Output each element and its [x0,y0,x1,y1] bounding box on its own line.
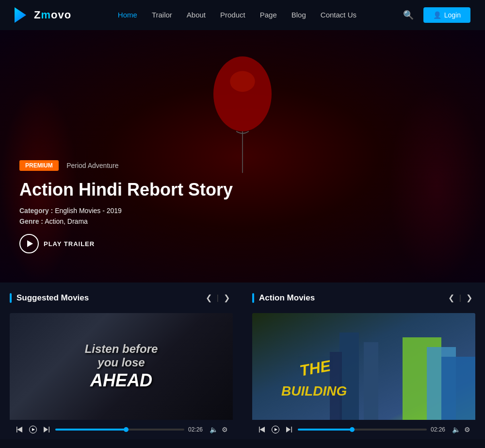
hero-category: Category : English Movies - 2019 [19,207,233,215]
action-movies-section: Action Movies ❮ | ❯ [242,292,485,439]
action-progress-fill [298,429,352,431]
genre-tag: Period Adventure [66,162,118,169]
action-settings-icon[interactable]: ⚙ [464,426,470,433]
volume-icon[interactable]: 🔈 [210,426,218,433]
action-progress-bar[interactable] [298,429,427,431]
arrow-divider: | [217,294,219,302]
suggested-movies-title: Suggested Movies [10,293,89,303]
action-progress-dot [350,427,355,432]
login-button[interactable]: 👤 Login [423,7,470,23]
play-circle-icon [19,234,39,253]
nav-blog[interactable]: Blog [291,11,306,19]
nav-trailor[interactable]: Trailor [152,11,172,19]
login-label: Login [444,11,461,19]
nav-home[interactable]: Home [118,11,137,19]
suggested-movies-header: Suggested Movies ❮ | ❯ [10,292,233,303]
nav-right: 🔍 👤 Login [403,7,470,23]
suggested-movie-text: Listen beforeyou loseAHEAD [85,342,158,391]
progress-fill [55,429,126,431]
svg-rect-5 [340,332,359,420]
sections-row: Suggested Movies ❮ | ❯ Listen beforeyou … [0,282,485,439]
figure-right [388,88,485,282]
action-movie-thumbnail[interactable]: THE BUILDING [252,313,475,420]
nav-about[interactable]: About [187,11,206,19]
play-trailer-button[interactable]: PLAY TRAILER [19,234,95,253]
action-movie-graphic: THE BUILDING [252,313,475,420]
svg-point-1 [230,71,255,92]
suggested-movie-thumbnail[interactable]: Listen beforeyou loseAHEAD [10,313,233,420]
svg-text:BUILDING: BUILDING [281,383,347,398]
action-next-button[interactable]: ❯ [463,292,475,303]
action-skip-back-button[interactable] [257,426,267,433]
nav-links: Home Trailor About Product Page Blog Con… [118,11,356,19]
skip-back-button[interactable] [15,426,24,433]
suggested-movie-card: Listen beforeyou loseAHEAD [10,313,233,439]
svg-rect-10 [441,357,475,420]
action-prev-button[interactable]: ❮ [445,292,457,303]
action-player-controls: 02:26 🔈 ⚙ [252,420,475,439]
play-button[interactable] [28,426,38,433]
action-volume-icon[interactable]: 🔈 [452,426,460,433]
svg-rect-6 [364,342,378,420]
action-play-button[interactable] [271,426,280,433]
action-skip-forward-button[interactable] [284,426,294,433]
play-triangle-icon [27,240,33,247]
progress-bar[interactable] [55,429,184,431]
action-arrow-divider: | [459,294,461,302]
premium-badge: PREMIUM [19,160,59,171]
nav-contact[interactable]: Contact Us [321,11,356,19]
hero-content: PREMIUM Period Adventure Action Hindi Re… [19,160,233,253]
svg-point-0 [213,56,272,131]
suggested-next-button[interactable]: ❯ [221,292,233,303]
suggested-prev-button[interactable]: ❮ [203,292,215,303]
nav-product[interactable]: Product [220,11,245,19]
progress-dot [124,427,129,432]
skip-forward-button[interactable] [42,426,51,433]
logo-icon [15,7,30,23]
suggested-movies-section: Suggested Movies ❮ | ❯ Listen beforeyou … [0,292,242,439]
hero-genre: Genre : Action, Drama [19,217,233,225]
hero-title: Action Hindi Rebort Story [19,180,233,200]
action-movies-title: Action Movies [252,293,315,303]
action-time-display: 02:26 [431,426,448,433]
nav-page[interactable]: Page [260,11,277,19]
suggested-movies-nav: ❮ | ❯ [203,292,233,303]
logo-text: Zmovo [34,9,71,21]
action-movies-header: Action Movies ❮ | ❯ [252,292,475,303]
play-trailer-label: PLAY TRAILER [44,240,95,248]
settings-icon[interactable]: ⚙ [222,426,228,433]
time-display: 02:26 [188,426,206,433]
search-button[interactable]: 🔍 [403,10,414,20]
logo[interactable]: Zmovo [15,7,71,23]
action-movies-nav: ❮ | ❯ [445,292,475,303]
navbar: Zmovo Home Trailor About Product Page Bl… [0,0,485,30]
suggested-player-controls: 02:26 🔈 ⚙ [10,420,233,439]
action-movie-card: THE BUILDING 02:26 [252,313,475,439]
hero-section: PREMIUM Period Adventure Action Hindi Re… [0,30,485,282]
user-icon: 👤 [433,11,441,19]
